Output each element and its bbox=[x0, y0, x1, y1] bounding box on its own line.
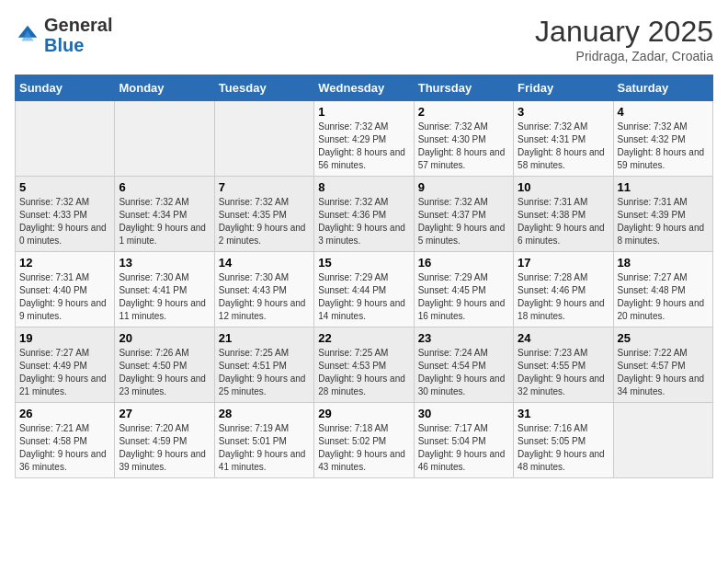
calendar-cell: 15Sunrise: 7:29 AM Sunset: 4:44 PM Dayli… bbox=[314, 252, 414, 327]
day-info: Sunrise: 7:30 AM Sunset: 4:43 PM Dayligh… bbox=[219, 271, 310, 323]
calendar-week-row: 1Sunrise: 7:32 AM Sunset: 4:29 PM Daylig… bbox=[16, 101, 713, 177]
calendar-cell bbox=[613, 403, 712, 478]
page-header: General Blue January 2025 Pridraga, Zada… bbox=[15, 15, 713, 63]
day-number: 4 bbox=[618, 105, 709, 119]
day-info: Sunrise: 7:27 AM Sunset: 4:48 PM Dayligh… bbox=[618, 271, 709, 323]
day-info: Sunrise: 7:21 AM Sunset: 4:58 PM Dayligh… bbox=[19, 422, 110, 474]
day-number: 26 bbox=[19, 407, 110, 420]
calendar-cell: 19Sunrise: 7:27 AM Sunset: 4:49 PM Dayli… bbox=[16, 327, 115, 403]
day-info: Sunrise: 7:31 AM Sunset: 4:39 PM Dayligh… bbox=[618, 196, 709, 247]
day-info: Sunrise: 7:25 AM Sunset: 4:51 PM Dayligh… bbox=[219, 347, 310, 398]
calendar-cell: 30Sunrise: 7:17 AM Sunset: 5:04 PM Dayli… bbox=[414, 403, 513, 478]
calendar-cell: 4Sunrise: 7:32 AM Sunset: 4:32 PM Daylig… bbox=[613, 101, 712, 177]
calendar-cell: 16Sunrise: 7:29 AM Sunset: 4:45 PM Dayli… bbox=[414, 252, 513, 327]
day-info: Sunrise: 7:17 AM Sunset: 5:04 PM Dayligh… bbox=[418, 422, 509, 474]
weekday-header: Thursday bbox=[414, 75, 513, 101]
calendar-cell: 18Sunrise: 7:27 AM Sunset: 4:48 PM Dayli… bbox=[613, 252, 712, 327]
day-number: 9 bbox=[418, 180, 509, 194]
calendar-cell: 10Sunrise: 7:31 AM Sunset: 4:38 PM Dayli… bbox=[514, 177, 613, 252]
calendar-cell: 6Sunrise: 7:32 AM Sunset: 4:34 PM Daylig… bbox=[115, 177, 214, 252]
calendar-cell: 5Sunrise: 7:32 AM Sunset: 4:33 PM Daylig… bbox=[16, 177, 115, 252]
calendar-cell: 13Sunrise: 7:30 AM Sunset: 4:41 PM Dayli… bbox=[115, 252, 214, 327]
day-info: Sunrise: 7:32 AM Sunset: 4:33 PM Dayligh… bbox=[19, 196, 110, 247]
calendar-cell: 26Sunrise: 7:21 AM Sunset: 4:58 PM Dayli… bbox=[16, 403, 115, 478]
day-number: 19 bbox=[19, 331, 110, 345]
calendar-title: January 2025 bbox=[535, 15, 713, 49]
day-info: Sunrise: 7:32 AM Sunset: 4:34 PM Dayligh… bbox=[119, 196, 210, 247]
day-number: 23 bbox=[418, 331, 509, 345]
calendar-cell: 29Sunrise: 7:18 AM Sunset: 5:02 PM Dayli… bbox=[314, 403, 414, 478]
day-number: 24 bbox=[518, 331, 609, 345]
day-info: Sunrise: 7:32 AM Sunset: 4:30 PM Dayligh… bbox=[418, 121, 509, 172]
calendar-cell: 12Sunrise: 7:31 AM Sunset: 4:40 PM Dayli… bbox=[16, 252, 115, 327]
day-info: Sunrise: 7:32 AM Sunset: 4:29 PM Dayligh… bbox=[318, 121, 409, 172]
day-number: 2 bbox=[418, 105, 509, 119]
day-info: Sunrise: 7:32 AM Sunset: 4:37 PM Dayligh… bbox=[418, 196, 509, 247]
day-number: 12 bbox=[19, 256, 110, 270]
calendar-week-row: 5Sunrise: 7:32 AM Sunset: 4:33 PM Daylig… bbox=[16, 177, 713, 252]
day-info: Sunrise: 7:23 AM Sunset: 4:55 PM Dayligh… bbox=[518, 347, 609, 398]
weekday-header: Monday bbox=[115, 75, 214, 101]
day-number: 30 bbox=[418, 407, 509, 420]
day-info: Sunrise: 7:32 AM Sunset: 4:32 PM Dayligh… bbox=[618, 121, 709, 172]
day-info: Sunrise: 7:19 AM Sunset: 5:01 PM Dayligh… bbox=[219, 422, 310, 474]
day-number: 25 bbox=[618, 331, 709, 345]
calendar-cell: 2Sunrise: 7:32 AM Sunset: 4:30 PM Daylig… bbox=[414, 101, 513, 177]
day-number: 28 bbox=[219, 407, 310, 420]
calendar-cell bbox=[115, 101, 214, 177]
day-number: 14 bbox=[219, 256, 310, 270]
day-number: 8 bbox=[318, 180, 409, 194]
calendar-cell: 17Sunrise: 7:28 AM Sunset: 4:46 PM Dayli… bbox=[514, 252, 613, 327]
calendar-cell: 1Sunrise: 7:32 AM Sunset: 4:29 PM Daylig… bbox=[314, 101, 414, 177]
calendar-cell: 24Sunrise: 7:23 AM Sunset: 4:55 PM Dayli… bbox=[514, 327, 613, 403]
calendar-subtitle: Pridraga, Zadar, Croatia bbox=[535, 49, 713, 63]
calendar-cell: 7Sunrise: 7:32 AM Sunset: 4:35 PM Daylig… bbox=[214, 177, 313, 252]
calendar-cell: 20Sunrise: 7:26 AM Sunset: 4:50 PM Dayli… bbox=[115, 327, 214, 403]
calendar-cell: 22Sunrise: 7:25 AM Sunset: 4:53 PM Dayli… bbox=[314, 327, 414, 403]
day-info: Sunrise: 7:29 AM Sunset: 4:45 PM Dayligh… bbox=[418, 271, 509, 323]
logo: General Blue bbox=[15, 15, 112, 55]
weekday-header-row: SundayMondayTuesdayWednesdayThursdayFrid… bbox=[16, 75, 713, 101]
day-info: Sunrise: 7:29 AM Sunset: 4:44 PM Dayligh… bbox=[318, 271, 409, 323]
calendar-table: SundayMondayTuesdayWednesdayThursdayFrid… bbox=[15, 75, 713, 478]
day-number: 5 bbox=[19, 180, 110, 194]
day-info: Sunrise: 7:31 AM Sunset: 4:38 PM Dayligh… bbox=[518, 196, 609, 247]
day-number: 10 bbox=[518, 180, 609, 194]
day-number: 20 bbox=[119, 331, 210, 345]
day-number: 27 bbox=[119, 407, 210, 420]
day-number: 13 bbox=[119, 256, 210, 270]
day-info: Sunrise: 7:25 AM Sunset: 4:53 PM Dayligh… bbox=[318, 347, 409, 398]
day-info: Sunrise: 7:22 AM Sunset: 4:57 PM Dayligh… bbox=[618, 347, 709, 398]
calendar-cell bbox=[16, 101, 115, 177]
day-info: Sunrise: 7:18 AM Sunset: 5:02 PM Dayligh… bbox=[318, 422, 409, 474]
day-number: 18 bbox=[618, 256, 709, 270]
title-block: January 2025 Pridraga, Zadar, Croatia bbox=[535, 15, 713, 63]
day-number: 7 bbox=[219, 180, 310, 194]
day-info: Sunrise: 7:32 AM Sunset: 4:31 PM Dayligh… bbox=[518, 121, 609, 172]
calendar-cell: 21Sunrise: 7:25 AM Sunset: 4:51 PM Dayli… bbox=[214, 327, 313, 403]
day-info: Sunrise: 7:16 AM Sunset: 5:05 PM Dayligh… bbox=[518, 422, 609, 474]
day-number: 21 bbox=[219, 331, 310, 345]
calendar-week-row: 12Sunrise: 7:31 AM Sunset: 4:40 PM Dayli… bbox=[16, 252, 713, 327]
day-info: Sunrise: 7:32 AM Sunset: 4:35 PM Dayligh… bbox=[219, 196, 310, 247]
logo-text: General Blue bbox=[44, 15, 112, 55]
day-number: 17 bbox=[518, 256, 609, 270]
day-info: Sunrise: 7:24 AM Sunset: 4:54 PM Dayligh… bbox=[418, 347, 509, 398]
calendar-cell: 31Sunrise: 7:16 AM Sunset: 5:05 PM Dayli… bbox=[514, 403, 613, 478]
calendar-cell bbox=[214, 101, 313, 177]
weekday-header: Wednesday bbox=[314, 75, 414, 101]
calendar-cell: 23Sunrise: 7:24 AM Sunset: 4:54 PM Dayli… bbox=[414, 327, 513, 403]
day-info: Sunrise: 7:30 AM Sunset: 4:41 PM Dayligh… bbox=[119, 271, 210, 323]
day-number: 16 bbox=[418, 256, 509, 270]
weekday-header: Saturday bbox=[613, 75, 712, 101]
weekday-header: Friday bbox=[514, 75, 613, 101]
weekday-header: Sunday bbox=[16, 75, 115, 101]
day-number: 29 bbox=[318, 407, 409, 420]
calendar-cell: 3Sunrise: 7:32 AM Sunset: 4:31 PM Daylig… bbox=[514, 101, 613, 177]
calendar-week-row: 19Sunrise: 7:27 AM Sunset: 4:49 PM Dayli… bbox=[16, 327, 713, 403]
day-info: Sunrise: 7:32 AM Sunset: 4:36 PM Dayligh… bbox=[318, 196, 409, 247]
calendar-cell: 11Sunrise: 7:31 AM Sunset: 4:39 PM Dayli… bbox=[613, 177, 712, 252]
day-info: Sunrise: 7:28 AM Sunset: 4:46 PM Dayligh… bbox=[518, 271, 609, 323]
calendar-cell: 27Sunrise: 7:20 AM Sunset: 4:59 PM Dayli… bbox=[115, 403, 214, 478]
weekday-header: Tuesday bbox=[214, 75, 313, 101]
